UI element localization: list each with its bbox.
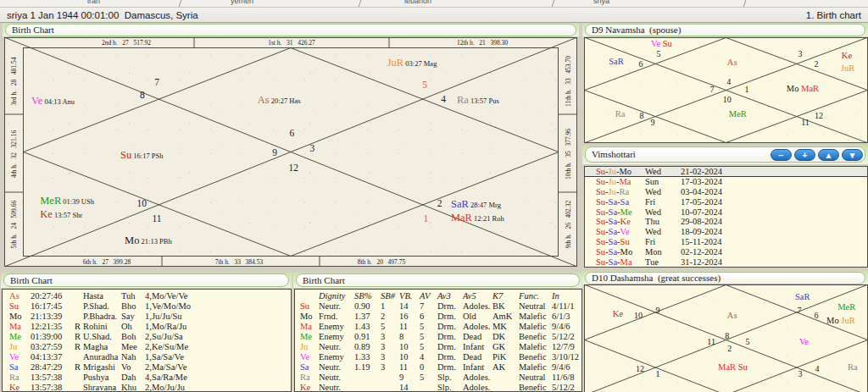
planet-code: MaR — [798, 84, 819, 93]
column-header: Dignity — [319, 291, 354, 301]
dasha-row[interactable]: Su-Sa-MeWed10-07-2024 — [585, 207, 867, 218]
table-row: RaNeutr.95Slp.Adoles.Neutral11/6/8 — [295, 373, 581, 383]
dasha-row[interactable]: Su-Ju-MoWed21-02-2024 — [585, 167, 867, 177]
table-cell: 7 — [420, 301, 437, 312]
house-cusp-label: 9th h. 26 402.32 — [565, 201, 572, 248]
planet-code: Ve — [9, 352, 31, 362]
table-cell: 9 — [399, 373, 420, 383]
dasha-remove-button[interactable]: − — [771, 149, 792, 161]
house-number: 2 — [437, 198, 442, 208]
table-cell: 10 — [399, 342, 420, 352]
planet-code: As — [258, 94, 270, 106]
dasha-date: 29-08-2024 — [681, 217, 722, 227]
dasha-add-button[interactable]: + — [794, 149, 815, 161]
window-tab[interactable]: iran — [87, 0, 100, 5]
dasha-row[interactable]: Su-Ju-RaWed03-04-2024 — [585, 187, 867, 197]
table-row: Ve04:13:37AnuradhaNah1,Sa/Sa/Ve — [3, 352, 291, 362]
dasha-lord: Ma — [620, 257, 632, 267]
dasha-row[interactable]: Su-Sa-MaTue31-12-2024 — [585, 257, 867, 268]
house-number: 5 — [422, 80, 427, 90]
dasha-lords: Su-Sa-Me — [596, 207, 645, 218]
table-cell: 4 — [420, 352, 437, 362]
d9-navamsha-chart[interactable]: 563247110891211Ve SuSaRAsKeJuRMo MaRRaMe… — [584, 37, 868, 143]
table-cell: Enemy — [319, 332, 354, 342]
planet-code: SaR — [451, 198, 469, 210]
table-cell — [354, 383, 381, 392]
table-cell: Drm. — [437, 352, 463, 362]
table-cell: 5 — [420, 373, 437, 383]
sound-syllable: Khu — [121, 383, 145, 392]
table-cell: Infant — [463, 362, 492, 373]
column-header: SB# — [381, 291, 399, 301]
dasha-row[interactable]: Su-Sa-SuFri15-11-2024 — [585, 237, 867, 247]
table-cell: Drm. — [437, 362, 463, 373]
dasha-lord: Su — [596, 177, 605, 186]
dasha-up-button[interactable]: ▲ — [818, 149, 839, 161]
nakshatra: Shravana — [83, 383, 121, 392]
table-cell: Adoles. — [463, 383, 492, 392]
table-cell: 8 — [399, 332, 420, 342]
dasha-weekday: Sun — [645, 177, 681, 187]
table-cell: Drm. — [437, 342, 463, 352]
window-tab[interactable]: lebanon — [404, 0, 431, 5]
table-cell: Neutr. — [319, 342, 354, 352]
dasha-row[interactable]: Su-Sa-SaFri17-05-2024 — [585, 197, 867, 207]
tab-separator — [358, 0, 362, 8]
house-number: 12 — [815, 111, 823, 120]
dasha-weekday: Fri — [645, 197, 681, 207]
table-cell: Infant — [463, 342, 492, 352]
window-tab[interactable]: yemen — [231, 0, 253, 5]
column-header: VB. — [399, 291, 420, 301]
longitude: 16:17:45 — [31, 301, 75, 312]
dasha-row[interactable]: Su-Sa-KeThu29-08-2024 — [585, 217, 867, 227]
dasha-row[interactable]: Su-Sa-MoMon02-12-2024 — [585, 247, 867, 257]
pada-lords: 4,Mo/Ve/Ve — [145, 291, 187, 301]
d10-dashamsha-chart[interactable]: 109761185212134KeAsSaRMeRMo JuRVeMaR SuR… — [584, 284, 868, 392]
column-header: SB% — [354, 291, 381, 301]
table-cell: AmK — [492, 312, 519, 322]
table-row: KeNeutr.14Slp.Adoles.Benefic5/12/2 — [295, 383, 581, 392]
dasha-down-button[interactable]: ▼ — [842, 149, 863, 161]
planet-code: Mo — [125, 235, 139, 246]
dasha-weekday: Mon — [645, 247, 681, 257]
dasha-lord: Me — [620, 207, 632, 217]
table-row: MoFrnd.1.372166Drm.OldAmKMalefic6/1/3 — [295, 312, 581, 322]
house-number: 10 — [723, 95, 732, 104]
planet-code: Sa — [300, 362, 319, 373]
retrograde-flag: R — [75, 342, 83, 352]
rasi-chart[interactable]: 2nd h. 27 517.921st h. 31 426.2712th h. … — [4, 37, 577, 267]
window-tab[interactable]: sriya — [593, 0, 609, 5]
table-row: SaNeutr.1.193110Drm.InfantAKMalefic9/4/6 — [295, 362, 581, 373]
planet-code: Ke — [613, 309, 623, 318]
table-row: MeEnemy0.91385Drm.DeadDKBenefic5/12/2 — [295, 332, 581, 342]
column-header: Av5 — [463, 291, 492, 301]
table-cell: 0.89 — [354, 342, 381, 352]
panel-title: Birth Chart — [5, 24, 576, 36]
sound-syllable: Nah — [121, 352, 145, 362]
planet-code: As — [727, 58, 737, 67]
dasha-row[interactable]: Su-Sa-VeWed18-09-2024 — [585, 227, 867, 237]
dasha-lord: Su — [596, 257, 605, 267]
planet-code: MeR — [40, 195, 61, 207]
planet-code: As — [9, 291, 31, 301]
dasha-lord: Su — [596, 247, 605, 257]
planet-detail: 01:39 USh — [61, 197, 94, 206]
dasha-list[interactable]: Su-Ju-MoWed21-02-2024Su-Ju-MaSun17-03-20… — [584, 166, 868, 268]
sound-syllable: Vo — [121, 362, 145, 373]
table-cell: 5 — [381, 322, 399, 332]
table-cell: 14 — [399, 301, 420, 312]
dasha-lords: Su-Sa-Ke — [596, 217, 645, 227]
dasha-row[interactable]: Su-Ju-MaSun17-03-2024 — [585, 177, 867, 187]
dasha-lord: Ju — [609, 177, 616, 186]
nakshatra: Rohini — [83, 322, 121, 332]
planet-code: JuR — [841, 63, 854, 73]
planet-code: MeR — [837, 302, 855, 312]
dasha-toolbar: −+▲▼ — [771, 149, 863, 161]
house-number: 11 — [707, 336, 715, 345]
dasha-weekday: Tue — [645, 257, 681, 268]
dasha-date: 17-05-2024 — [681, 197, 722, 207]
nakshatra: P.Bhadra. — [83, 312, 121, 322]
dasha-lord: Su — [596, 167, 605, 176]
view-name: 1. Birth chart — [806, 10, 861, 20]
table-cell: Drm. — [437, 301, 463, 312]
